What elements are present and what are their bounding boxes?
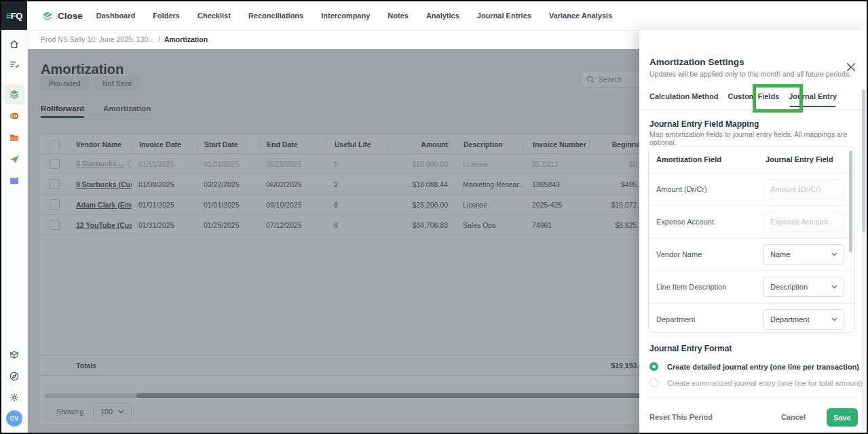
mapping-label: Line Item Description [656,283,726,291]
mapping-row: Amount (Dr/Cr) Amount (Dr/Cr) [649,174,854,206]
mapping-row: Line Item Description Description [649,271,854,304]
nav-checklist[interactable]: Checklist [197,12,231,20]
mapping-label: Amount (Dr/Cr) [656,185,707,193]
task-list-icon[interactable] [9,59,20,70]
top-nav: #FQ Close Dashboard Folders Checklist Re… [1,1,867,31]
logo-hash: # [6,11,11,21]
nav-analytics[interactable]: Analytics [426,12,459,20]
mapping-label: Vendor Name [656,250,702,258]
cancel-button[interactable]: Cancel [781,413,806,421]
flux-paper-plane-icon[interactable] [9,154,20,165]
tab-calculation-method[interactable]: Calculation Method [649,92,718,107]
panel-subtitle: Updates will be applied only to this mon… [649,70,853,78]
chevron-down-icon [831,252,837,256]
breadcrumb-separator: / [158,35,160,43]
mapping-card-scrollbar-thumb[interactable] [849,151,852,252]
close-app-home[interactable]: Close [42,11,83,21]
expense-account-field-disabled: Expense Account [763,212,844,232]
nav-variance-analysis[interactable]: Variance Analysis [549,12,612,20]
ledger-book-icon[interactable] [9,176,20,186]
nav-journal-entries[interactable]: Journal Entries [477,12,531,20]
left-sidebar: CV [1,30,28,433]
field-mapping-card: Amortization Field Journal Entry Field A… [648,146,855,333]
nav-intercompany[interactable]: Intercompany [321,12,370,20]
radio-summarized-entry[interactable]: Create summarized journal entry (one lin… [649,378,863,387]
panel-footer: Reset This Period Cancel Save [639,403,867,433]
mapping-label: Expense Account [656,218,714,226]
breadcrumb-parent[interactable]: Prod NS Sally 10: June 2025: 130... [41,35,154,43]
save-button[interactable]: Save [827,408,858,427]
reset-this-period-button[interactable]: Reset This Period [649,413,713,421]
radio-unselected-icon[interactable] [649,378,658,387]
tab-custom-fields[interactable]: Custom Fields [728,92,779,107]
tab-journal-entry[interactable]: Journal Entry [789,92,837,107]
select-value: Description [770,283,808,291]
mapping-col-left: Amortization Field [656,155,721,163]
format-heading: Journal Entry Format [649,344,732,353]
mapping-heading: Journal Entry Field Mapping [649,119,759,129]
breadcrumb-current: Amortization [164,35,208,43]
gear-icon[interactable] [9,392,20,403]
nav-notes[interactable]: Notes [388,12,409,20]
top-nav-links: Dashboard Folders Checklist Reconciliati… [96,12,612,20]
chevron-down-icon [831,317,837,321]
folder-icon[interactable] [9,132,20,143]
mapping-header-row: Amortization Field Journal Entry Field [649,146,854,174]
close-checkmark-icon [42,12,53,20]
vendor-name-select[interactable]: Name [763,244,844,264]
user-avatar[interactable]: CV [6,410,22,427]
nav-reconciliations[interactable]: Reconciliations [248,12,303,20]
radio-selected-icon[interactable] [649,362,658,371]
autorec-rings-icon[interactable] [9,111,20,121]
floqast-logo[interactable]: #FQ [1,1,27,30]
app-name: Close [58,11,83,21]
mapping-row: Vendor Name Name [649,239,854,271]
mapping-subheading: Map amortization fields to journal entry… [649,130,867,146]
amortization-settings-panel: Amortization Settings Updates will be ap… [639,30,867,433]
mapping-row: Department Department [649,304,854,336]
chevron-down-icon [831,285,837,289]
radio-detailed-entry[interactable]: Create detailed journal entry (one line … [649,362,859,371]
department-select[interactable]: Department [763,309,844,330]
amortization-layers-icon[interactable] [9,89,20,100]
mapping-row: Expense Account Expense Account [649,206,854,239]
mapping-label: Department [656,315,695,323]
nav-folders[interactable]: Folders [153,12,180,20]
radio-label: Create summarized journal entry (one lin… [667,379,863,387]
select-value: Name [770,250,790,258]
logo-text: FQ [11,11,22,21]
home-icon[interactable] [9,39,20,50]
package-icon[interactable] [9,349,20,360]
nav-dashboard[interactable]: Dashboard [96,12,135,20]
footer-divider [648,397,858,397]
panel-scrollbar-thumb[interactable] [862,90,865,232]
app-window: #FQ Close Dashboard Folders Checklist Re… [0,0,868,434]
panel-tabs: Calculation Method Custom Fields Journal… [649,92,837,107]
select-value: Department [770,315,809,323]
close-icon[interactable] [846,62,856,72]
panel-title: Amortization Settings [649,57,744,67]
amount-field-disabled: Amount (Dr/Cr) [763,179,844,199]
line-item-description-select[interactable]: Description [763,277,844,297]
mapping-col-right: Journal Entry Field [766,155,833,163]
panel-tabbar-divider [639,109,867,110]
radio-label: Create detailed journal entry (one line … [667,363,859,371]
compass-icon[interactable] [9,371,20,382]
modal-scrim[interactable] [27,49,639,433]
